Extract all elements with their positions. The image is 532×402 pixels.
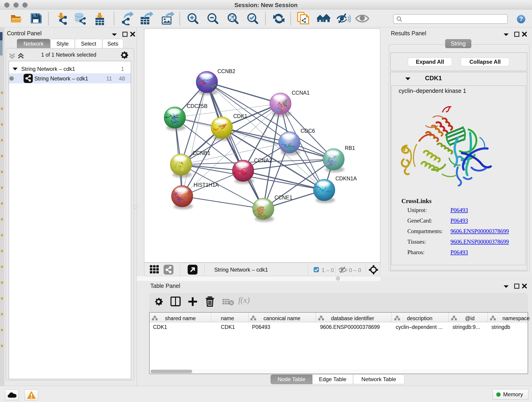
svg-text:CDC6: CDC6 [301,128,315,134]
svg-text:CCNE1: CCNE1 [274,195,292,201]
svg-text:CCNB1: CCNB1 [192,150,210,156]
svg-text:CDK1: CDK1 [233,113,247,119]
svg-text:HIST1H1A: HIST1H1A [194,182,219,188]
svg-text:CCNA2: CCNA2 [254,157,272,163]
svg-text:CDKN1A: CDKN1A [336,176,357,182]
svg-text:CDC25B: CDC25B [187,103,208,109]
svg-text:RB1: RB1 [345,145,355,151]
svg-text:CCNA1: CCNA1 [292,90,310,96]
svg-text:CCNB2: CCNB2 [217,68,235,74]
